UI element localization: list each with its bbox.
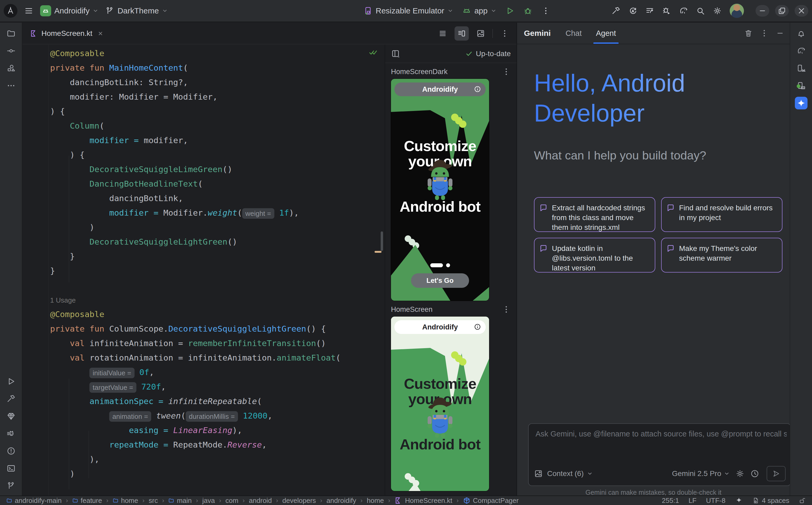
breadcrumb-item[interactable]: HomeScreen.kt [394,497,452,505]
gemini-icon [795,97,808,109]
breadcrumb-item[interactable]: com [225,497,238,505]
device-manager-icon [797,64,806,73]
debug-button[interactable] [524,6,533,15]
breadcrumb-item[interactable]: developers [282,497,316,505]
branch-selector[interactable]: DarkTheme [105,6,168,15]
preview-kebab-icon[interactable] [502,305,511,314]
clear-chat-button[interactable] [744,29,753,38]
context-selector[interactable]: Context (6) [547,469,593,478]
breadcrumb-item[interactable]: home [367,497,384,505]
indent-config[interactable]: 4 spaces [752,497,789,505]
tab-agent[interactable]: Agent [596,23,616,44]
send-button[interactable] [767,466,786,481]
breadcrumb-item[interactable]: android [249,497,272,505]
suggestion-card-2[interactable]: Find and resolve build errors in my proj… [661,197,783,232]
sidebar-item-device-manager[interactable] [790,59,812,77]
attach-image-icon[interactable] [534,469,543,478]
line-ending[interactable]: LF [689,497,696,505]
sidebar-item-notifications-bell[interactable] [790,25,812,42]
toolbar-more-button[interactable] [541,6,550,15]
phone-headline-bot: Android bot [391,198,489,215]
run-play-icon [505,6,514,15]
settings-gear-button[interactable] [713,6,722,15]
gradle-sync-button[interactable] [679,6,688,15]
gemini-spark[interactable] [735,497,743,504]
window-minimize-button[interactable] [756,5,769,17]
sidebar-item-running-devices[interactable] [790,77,812,95]
suggestion-card-1[interactable]: Extract all hardcoded strings from this … [534,197,655,232]
prompt-history-button[interactable] [750,469,759,478]
attach-debugger-button[interactable] [662,6,671,15]
code-line: animation = tween(durationMillis = 12000… [50,408,377,423]
search-everywhere-button[interactable] [696,6,705,15]
suggestion-card-3[interactable]: Update kotlin in @libs.version.toml to t… [534,238,655,273]
inspection-status-icon[interactable] [369,49,378,57]
sidebar-item-gemini[interactable] [790,95,812,112]
code-line: private fun ColumnScope.DecorativeSquigg… [50,322,377,336]
split-view[interactable] [455,26,469,41]
terminal-icon [7,464,16,473]
run-button[interactable] [505,6,514,15]
sidebar-item-run[interactable] [0,373,22,390]
user-avatar[interactable] [730,4,744,18]
sidebar-item-terminal[interactable] [0,460,22,477]
preview-only-view[interactable] [474,26,488,41]
preview-title-homescreendark: HomeScreenDark [391,68,448,76]
logcat-icon [7,429,16,438]
tab-label: HomeScreen.kt [41,29,92,38]
breadcrumb-item[interactable]: main [168,497,192,505]
sidebar-item-app-quality-insights[interactable] [0,407,22,425]
breadcrumb-item[interactable]: androidify [327,497,356,505]
caret-position[interactable]: 255:1 [662,497,679,505]
sidebar-item-commit[interactable] [0,42,22,59]
sidebar-item-build[interactable] [0,390,22,407]
sidebar-item-more-tools[interactable] [0,77,22,95]
editor-more-button[interactable] [497,26,512,41]
window-restore-button[interactable] [775,5,789,17]
code-line: dancingBotLink, [50,191,377,206]
android-studio-window: Androidify DarkTheme Resizable Emulator … [0,0,812,505]
kotlin-icon [394,497,402,504]
file-lock[interactable] [799,497,806,504]
sync-button[interactable] [628,6,637,15]
profiler-button[interactable] [645,6,654,15]
sidebar-item-problems[interactable] [0,442,22,460]
run-config-selector[interactable]: app [462,6,496,15]
editor-tab-homescreen[interactable]: HomeScreen.kt × [22,23,110,44]
gemini-hide-button[interactable] [776,29,785,38]
tab-chat[interactable]: Chat [566,23,582,44]
editor-only-view[interactable] [436,26,450,41]
prompt-settings-button[interactable] [735,469,744,478]
sidebar-item-gradle[interactable] [790,42,812,59]
breadcrumb-item[interactable]: CompactPager [463,497,518,505]
gemini-prompt-input[interactable]: Ask Gemini, use @filename to attach sour… [528,423,791,486]
editor-scrollbar[interactable] [381,231,383,251]
code-line: ) [50,467,377,481]
main-menu-button[interactable] [24,6,33,15]
sidebar-item-resource-manager[interactable] [0,59,22,77]
sidebar-item-version-control[interactable] [0,477,22,494]
breadcrumb-item[interactable]: src [149,497,158,505]
window-close-button[interactable] [795,5,808,17]
breadcrumb-item[interactable]: home [113,497,138,505]
device-selector[interactable]: Resizable Emulator [363,6,453,15]
preview-homescreendark-phone[interactable]: Androidify Customize your own Android bo… [391,79,489,301]
encoding[interactable]: UTF-8 [706,497,725,505]
preview-kebab-icon[interactable] [502,67,511,76]
breadcrumb-item[interactable]: feature [72,497,102,505]
suggestion-card-4[interactable]: Make my Theme's color scheme warmer [661,238,783,273]
sidebar-item-logcat[interactable] [0,425,22,442]
resource-manager-icon [7,64,16,73]
code-editor[interactable]: @Composableprivate fun MainHomeContent( … [22,44,385,496]
lets-go-button[interactable]: Let's Go [411,273,469,288]
build-hammer-button[interactable] [611,6,620,15]
tab-close-icon[interactable]: × [98,29,103,38]
preview-layout-button[interactable] [391,49,400,58]
breadcrumb-item[interactable]: java [202,497,215,505]
preview-homescreen-phone[interactable]: Androidify Customize your own Android bo… [391,317,489,491]
model-selector[interactable]: Gemini 2.5 Pro [672,469,730,478]
sidebar-item-project-folder[interactable] [0,25,22,42]
breadcrumb-item[interactable]: androidify-main [6,497,62,505]
gemini-more-button[interactable] [760,29,769,38]
project-selector[interactable]: Androidify [40,5,98,16]
